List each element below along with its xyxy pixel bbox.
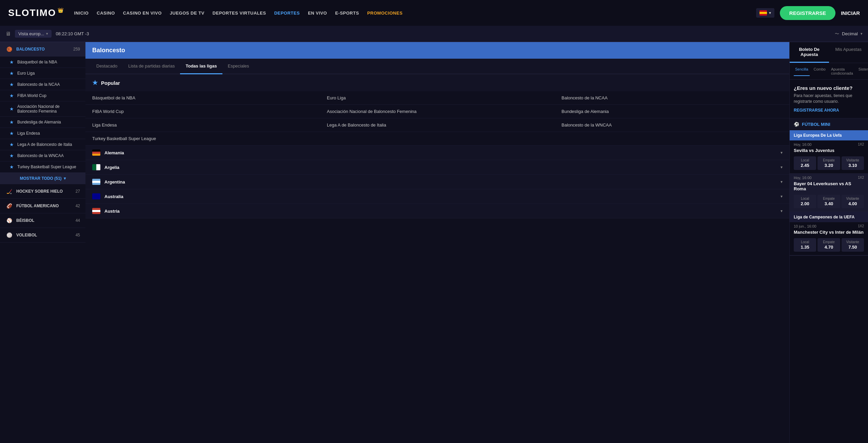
- odds-local-bayer[interactable]: Local 2.00: [794, 195, 816, 208]
- football-mini-icon: ⚽: [794, 122, 799, 127]
- nav-casino[interactable]: CASINO: [97, 11, 115, 16]
- country-austria[interactable]: Austria ▾: [85, 204, 789, 218]
- odds-empate-sevilla[interactable]: Empate 3.20: [817, 156, 840, 170]
- sidebar-sport-hockey[interactable]: 🏒 HOCKEY SOBRE HIELO 27: [0, 184, 85, 199]
- baseball-icon: ⚾: [5, 217, 13, 224]
- popular-item-nba[interactable]: Básquetbol de la NBA: [85, 91, 320, 105]
- bet-type-condicionada[interactable]: Apuesta condicionada: [830, 66, 854, 76]
- sport-name-hockey: HOCKEY SOBRE HIELO: [16, 189, 73, 194]
- match-teams-mancity: Manchester City vs Inter de Milán: [790, 229, 868, 237]
- odds-visitante-sevilla[interactable]: Visitante 3.10: [842, 156, 864, 170]
- popular-item-fiba[interactable]: FIBA World Cup: [85, 105, 320, 118]
- country-argentina[interactable]: Argentina ▾: [85, 175, 789, 189]
- bet-type-sistem[interactable]: Sistem.: [857, 66, 868, 76]
- country-name-austria: Austria: [104, 209, 781, 214]
- nav-juegos-tv[interactable]: JUEGOS DE TV: [170, 11, 204, 16]
- sidebar-league-euro[interactable]: ★ Euro Liga: [0, 68, 85, 79]
- view-selector[interactable]: Vista europ... ▾: [15, 30, 52, 38]
- odds-local-mancity[interactable]: Local 1.35: [794, 238, 816, 252]
- odds-visitante-mancity[interactable]: Visitante 7.50: [842, 238, 864, 252]
- sport-name-volleyball: VOLEIBOL: [16, 233, 73, 237]
- logo[interactable]: SLOTIMO 👑: [8, 7, 63, 18]
- bet-tab-mis-apuestas[interactable]: Mis Apuestas: [829, 42, 868, 63]
- chevron-down-icon: ▾: [781, 194, 783, 199]
- algeria-flag: [92, 164, 100, 170]
- tab-destacado[interactable]: Destacado: [91, 59, 123, 74]
- show-all-label: MOSTRAR TODO (51): [20, 176, 61, 181]
- odds-value: 2.45: [795, 163, 815, 168]
- league-name: Euro Liga: [17, 71, 80, 76]
- chevron-down-icon[interactable]: ▾: [861, 32, 863, 36]
- show-all-button[interactable]: MOSTRAR TODO (51) ▾: [0, 173, 85, 184]
- country-alemania[interactable]: Alemania ▾: [85, 146, 789, 160]
- chevron-down-icon: ▾: [46, 32, 48, 36]
- odds-empate-mancity[interactable]: Empate 4.70: [817, 238, 840, 252]
- match-card-sevilla: Hoy, 16:00 1X2 Sevilla vs Juventus Local…: [790, 140, 868, 174]
- popular-item-bundesliga[interactable]: Bundesliga de Alemania: [555, 105, 789, 118]
- odds-value: 3.20: [819, 163, 839, 168]
- league-name: Turkey Basketball Super League: [17, 165, 80, 169]
- popular-item-femenina[interactable]: Asociación Nacional de Baloncesto Femeni…: [320, 105, 555, 118]
- popular-item-empty1: [320, 132, 555, 146]
- nav-deportes-virtuales[interactable]: DEPORTES VIRTUALES: [213, 11, 266, 16]
- sport-count-hockey: 27: [76, 189, 80, 194]
- sidebar-league-liga-endesa[interactable]: ★ Liga Endesa: [0, 128, 85, 139]
- bet-type-combo[interactable]: Combo: [812, 66, 827, 76]
- country-argelia[interactable]: Argelia ▾: [85, 160, 789, 175]
- popular-section-header: ★ Popular: [85, 74, 789, 91]
- bet-type-sencilla[interactable]: Sencilla: [794, 66, 810, 76]
- odds-value: 1.35: [795, 245, 815, 250]
- popular-item-liga-endesa[interactable]: Liga Endesa: [85, 118, 320, 132]
- nav-promociones[interactable]: PROMOCIONES: [367, 11, 402, 16]
- odds-empate-bayer[interactable]: Empate 3.40: [817, 195, 840, 208]
- sidebar-league-nba[interactable]: ★ Básquetbol de la NBA: [0, 57, 85, 68]
- time-display: 08:22:10 GMT -3: [56, 31, 89, 36]
- sidebar-league-lega-a[interactable]: ★ Lega A de Baloncesto de Italia: [0, 139, 85, 150]
- popular-item-wncaa[interactable]: Baloncesto de la WNCAA: [555, 118, 789, 132]
- league-name: Bundesliga de Alemania: [17, 120, 80, 124]
- odds-label: Local: [795, 158, 815, 162]
- austria-flag: [92, 208, 100, 214]
- register-button[interactable]: REGISTRARSE: [780, 6, 835, 20]
- star-icon: ★: [9, 106, 14, 112]
- popular-item-lega-a[interactable]: Lega A de Baloncesto de Italia: [320, 118, 555, 132]
- country-australia[interactable]: Australia ▾: [85, 189, 789, 204]
- nav-casino-en-vivo[interactable]: CASINO EN VIVO: [123, 11, 162, 16]
- tab-todas-ligas[interactable]: Todas las ligas: [180, 59, 222, 74]
- odds-label: Visitante: [843, 158, 863, 162]
- sidebar-sport-basketball[interactable]: 🏀 BALONCESTO 259: [0, 42, 85, 57]
- sidebar-league-femenina[interactable]: ★ Asociación Nacional de Baloncesto Feme…: [0, 101, 85, 117]
- odds-visitante-bayer[interactable]: Visitante 4.00: [842, 195, 864, 208]
- sidebar-sport-baseball[interactable]: ⚾ BÉISBOL 44: [0, 213, 85, 228]
- star-icon: ★: [9, 82, 14, 87]
- language-selector[interactable]: ▾: [756, 8, 774, 18]
- tabs-bar: Destacado Lista de partidas diarias Toda…: [85, 59, 789, 74]
- match-time-sevilla: Hoy, 16:00: [794, 142, 811, 147]
- nav-en-vivo[interactable]: EN VIVO: [308, 11, 327, 16]
- odds-value: 4.70: [819, 245, 839, 250]
- sidebar-league-ncaa[interactable]: ★ Baloncesto de la NCAA: [0, 79, 85, 90]
- popular-item-euro[interactable]: Euro Liga: [320, 91, 555, 105]
- popular-item-turkey[interactable]: Turkey Basketball Super League: [85, 132, 320, 146]
- odds-row-bayer: Local 2.00 Empate 3.40 Visitante 4.00: [790, 193, 868, 212]
- odds-label: Empate: [819, 197, 839, 200]
- popular-item-ncaa[interactable]: Baloncesto de la NCAA: [555, 91, 789, 105]
- odds-row-sevilla: Local 2.45 Empate 3.20 Visitante 3.10: [790, 155, 868, 173]
- register-now-link[interactable]: REGISTRARSE AHORA: [794, 108, 839, 113]
- nav-inicio[interactable]: INICIO: [74, 11, 89, 16]
- sidebar-sport-volleyball[interactable]: 🏐 VOLEIBOL 45: [0, 228, 85, 243]
- sidebar-sport-football[interactable]: 🏈 FÚTBOL AMERICANO 42: [0, 199, 85, 213]
- nav-deportes[interactable]: DEPORTES: [274, 11, 300, 16]
- tab-lista-partidas[interactable]: Lista de partidas diarias: [123, 59, 180, 74]
- bet-tab-boleto[interactable]: Boleto De Apuesta: [790, 42, 829, 63]
- sidebar-league-turkey[interactable]: ★ Turkey Basketball Super League: [0, 161, 85, 173]
- league-header-campeones: Liga de Campeones de la UEFA: [790, 212, 868, 222]
- sidebar-league-bundesliga[interactable]: ★ Bundesliga de Alemania: [0, 117, 85, 128]
- nav-e-sports[interactable]: E-SPORTS: [335, 11, 359, 16]
- login-button[interactable]: INICIAR: [841, 10, 860, 16]
- sidebar-league-wncaa[interactable]: ★ Baloncesto de la WNCAA: [0, 150, 85, 161]
- odds-value: 4.00: [843, 201, 863, 206]
- tab-especiales[interactable]: Especiales: [222, 59, 255, 74]
- sidebar-league-fiba[interactable]: ★ FIBA World Cup: [0, 90, 85, 101]
- odds-local-sevilla[interactable]: Local 2.45: [794, 156, 816, 170]
